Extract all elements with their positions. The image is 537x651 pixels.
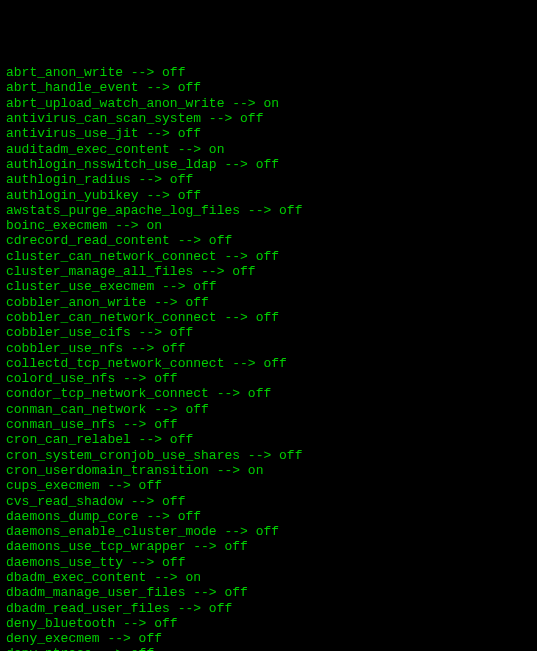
boolean-line: authlogin_nsswitch_use_ldap --> off bbox=[6, 157, 531, 172]
boolean-line: cluster_use_execmem --> off bbox=[6, 279, 531, 294]
boolean-line: deny_ptrace --> off bbox=[6, 646, 531, 651]
boolean-line: cobbler_use_cifs --> off bbox=[6, 325, 531, 340]
boolean-line: cdrecord_read_content --> off bbox=[6, 233, 531, 248]
boolean-line: cron_system_cronjob_use_shares --> off bbox=[6, 448, 531, 463]
boolean-line: cobbler_can_network_connect --> off bbox=[6, 310, 531, 325]
boolean-line: deny_execmem --> off bbox=[6, 631, 531, 646]
boolean-line: collectd_tcp_network_connect --> off bbox=[6, 356, 531, 371]
boolean-line: daemons_use_tcp_wrapper --> off bbox=[6, 539, 531, 554]
boolean-line: abrt_anon_write --> off bbox=[6, 65, 531, 80]
boolean-line: conman_can_network --> off bbox=[6, 402, 531, 417]
boolean-line: daemons_dump_core --> off bbox=[6, 509, 531, 524]
boolean-line: abrt_upload_watch_anon_write --> on bbox=[6, 96, 531, 111]
boolean-line: cobbler_use_nfs --> off bbox=[6, 341, 531, 356]
boolean-line: deny_bluetooth --> off bbox=[6, 616, 531, 631]
boolean-line: cluster_manage_all_files --> off bbox=[6, 264, 531, 279]
boolean-line: abrt_handle_event --> off bbox=[6, 80, 531, 95]
boolean-line: dbadm_manage_user_files --> off bbox=[6, 585, 531, 600]
boolean-line: condor_tcp_network_connect --> off bbox=[6, 386, 531, 401]
boolean-line: colord_use_nfs --> off bbox=[6, 371, 531, 386]
selinux-boolean-list: abrt_anon_write --> offabrt_handle_event… bbox=[6, 65, 531, 651]
boolean-line: cluster_can_network_connect --> off bbox=[6, 249, 531, 264]
boolean-line: authlogin_radius --> off bbox=[6, 172, 531, 187]
boolean-line: dbadm_exec_content --> on bbox=[6, 570, 531, 585]
boolean-line: daemons_enable_cluster_mode --> off bbox=[6, 524, 531, 539]
boolean-line: cvs_read_shadow --> off bbox=[6, 494, 531, 509]
boolean-line: daemons_use_tty --> off bbox=[6, 555, 531, 570]
boolean-line: cron_userdomain_transition --> on bbox=[6, 463, 531, 478]
boolean-line: authlogin_yubikey --> off bbox=[6, 188, 531, 203]
boolean-line: awstats_purge_apache_log_files --> off bbox=[6, 203, 531, 218]
boolean-line: boinc_execmem --> on bbox=[6, 218, 531, 233]
boolean-line: antivirus_use_jit --> off bbox=[6, 126, 531, 141]
boolean-line: auditadm_exec_content --> on bbox=[6, 142, 531, 157]
boolean-line: antivirus_can_scan_system --> off bbox=[6, 111, 531, 126]
boolean-line: conman_use_nfs --> off bbox=[6, 417, 531, 432]
boolean-line: cobbler_anon_write --> off bbox=[6, 295, 531, 310]
boolean-line: cron_can_relabel --> off bbox=[6, 432, 531, 447]
boolean-line: dbadm_read_user_files --> off bbox=[6, 601, 531, 616]
boolean-line: cups_execmem --> off bbox=[6, 478, 531, 493]
